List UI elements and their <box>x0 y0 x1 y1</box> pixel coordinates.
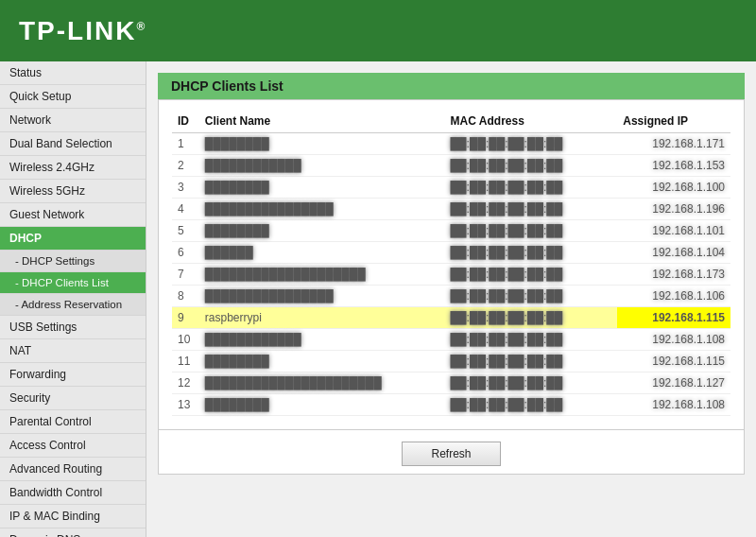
table-body: 1██████████:██:██:██:██:██192.168.1.1712… <box>172 133 730 416</box>
sidebar-item-quick-setup[interactable]: Quick Setup <box>0 85 146 109</box>
cell-name: ████████ <box>199 133 445 155</box>
cell-ip: 192.168.1.115 <box>617 351 730 372</box>
cell-mac: ██:██:██:██:██:██ <box>445 372 618 394</box>
cell-mac: ██:██:██:██:██:██ <box>445 307 618 329</box>
cell-id: 9 <box>172 307 199 329</box>
content-area: ID Client Name MAC Address Assigned IP 1… <box>158 99 745 430</box>
sidebar-item-advanced-routing[interactable]: Advanced Routing <box>0 458 146 481</box>
table-row: 3██████████:██:██:██:██:██192.168.1.100 <box>172 177 730 199</box>
table-header-row: ID Client Name MAC Address Assigned IP <box>172 110 730 133</box>
cell-ip: 192.168.1.100 <box>617 177 730 199</box>
cell-ip: 192.168.1.173 <box>617 264 730 286</box>
cell-name: raspberrypi <box>199 307 445 329</box>
sidebar-item-dynamic-dns[interactable]: Dynamic DNS <box>0 528 146 537</box>
layout: StatusQuick SetupNetworkDual Band Select… <box>0 61 756 537</box>
table-row: 4██████████████████:██:██:██:██:██192.16… <box>172 199 730 220</box>
sidebar-item-wireless-24[interactable]: Wireless 2.4GHz <box>0 156 146 180</box>
logo-tm: ® <box>136 19 146 32</box>
cell-mac: ██:██:██:██:██:██ <box>445 329 618 351</box>
sidebar-item-status[interactable]: Status <box>0 61 146 85</box>
cell-mac: ██:██:██:██:██:██ <box>445 264 618 286</box>
cell-mac: ██:██:██:██:██:██ <box>445 351 618 372</box>
table-row: 1██████████:██:██:██:██:██192.168.1.171 <box>172 133 730 155</box>
cell-id: 6 <box>172 242 199 264</box>
cell-id: 13 <box>172 394 199 416</box>
button-area: Refresh <box>158 430 745 475</box>
cell-id: 12 <box>172 372 199 394</box>
cell-name: ██████████████████████ <box>199 372 445 394</box>
sidebar-item-network[interactable]: Network <box>0 109 146 132</box>
cell-id: 8 <box>172 286 199 307</box>
cell-id: 11 <box>172 351 199 372</box>
cell-name: ████████████ <box>199 155 445 177</box>
cell-name: ████████████████ <box>199 286 445 307</box>
logo-text: TP-LINK <box>19 16 136 45</box>
cell-ip: 192.168.1.104 <box>617 242 730 264</box>
cell-id: 4 <box>172 199 199 220</box>
sidebar-item-bandwidth-control[interactable]: Bandwidth Control <box>0 481 146 505</box>
cell-name: ████████████████████ <box>199 264 445 286</box>
sidebar-item-wireless-5[interactable]: Wireless 5GHz <box>0 180 146 203</box>
table-row: 6████████:██:██:██:██:██192.168.1.104 <box>172 242 730 264</box>
cell-mac: ██:██:██:██:██:██ <box>445 220 618 242</box>
sidebar-item-security[interactable]: Security <box>0 387 146 410</box>
cell-mac: ██:██:██:██:██:██ <box>445 286 618 307</box>
table-row: 10██████████████:██:██:██:██:██192.168.1… <box>172 329 730 351</box>
cell-id: 1 <box>172 133 199 155</box>
cell-name: ████████ <box>199 351 445 372</box>
cell-mac: ██:██:██:██:██:██ <box>445 177 618 199</box>
cell-id: 10 <box>172 329 199 351</box>
table-row: 8██████████████████:██:██:██:██:██192.16… <box>172 286 730 307</box>
refresh-button[interactable]: Refresh <box>402 442 500 466</box>
cell-name: ████████████ <box>199 329 445 351</box>
sidebar-item-parental-control[interactable]: Parental Control <box>0 410 146 434</box>
col-header-id: ID <box>172 110 199 133</box>
col-header-mac: MAC Address <box>445 110 618 133</box>
cell-mac: ██:██:██:██:██:██ <box>445 242 618 264</box>
cell-ip: 192.168.1.171 <box>617 133 730 155</box>
sidebar-item-usb-settings[interactable]: USB Settings <box>0 316 146 339</box>
table-row: 9raspberrypi██:██:██:██:██:██192.168.1.1… <box>172 307 730 329</box>
col-header-name: Client Name <box>199 110 445 133</box>
table-row: 5██████████:██:██:██:██:██192.168.1.101 <box>172 220 730 242</box>
cell-ip: 192.168.1.106 <box>617 286 730 307</box>
cell-ip: 192.168.1.127 <box>617 372 730 394</box>
sidebar-item-ip-mac-binding[interactable]: IP & MAC Binding <box>0 505 146 528</box>
sidebar-item-guest-network[interactable]: Guest Network <box>0 203 146 227</box>
cell-ip: 192.168.1.196 <box>617 199 730 220</box>
cell-mac: ██:██:██:██:██:██ <box>445 394 618 416</box>
col-header-ip: Assigned IP <box>617 110 730 133</box>
sidebar-item-dual-band[interactable]: Dual Band Selection <box>0 132 146 156</box>
main-content: DHCP Clients List ID Client Name MAC Add… <box>146 61 756 537</box>
header: TP-LINK® <box>0 0 756 61</box>
cell-id: 5 <box>172 220 199 242</box>
sidebar-item-dhcp-clients[interactable]: - DHCP Clients List <box>0 272 146 294</box>
table-row: 11██████████:██:██:██:██:██192.168.1.115 <box>172 351 730 372</box>
sidebar-item-access-control[interactable]: Access Control <box>0 434 146 458</box>
cell-mac: ██:██:██:██:██:██ <box>445 199 618 220</box>
cell-name: ██████ <box>199 242 445 264</box>
logo: TP-LINK® <box>19 16 146 46</box>
page-header: DHCP Clients List <box>158 73 745 99</box>
sidebar-item-dhcp-settings[interactable]: - DHCP Settings <box>0 251 146 272</box>
table-row: 2██████████████:██:██:██:██:██192.168.1.… <box>172 155 730 177</box>
cell-name: ████████████████ <box>199 199 445 220</box>
sidebar-item-nat[interactable]: NAT <box>0 339 146 363</box>
clients-table: ID Client Name MAC Address Assigned IP 1… <box>172 110 730 416</box>
cell-name: ████████ <box>199 394 445 416</box>
page-title: DHCP Clients List <box>171 78 284 94</box>
sidebar-item-address-reservation[interactable]: - Address Reservation <box>0 294 146 316</box>
cell-mac: ██:██:██:██:██:██ <box>445 155 618 177</box>
cell-ip: 192.168.1.153 <box>617 155 730 177</box>
cell-ip: 192.168.1.108 <box>617 394 730 416</box>
cell-ip: 192.168.1.115 <box>617 307 730 329</box>
table-row: 13██████████:██:██:██:██:██192.168.1.108 <box>172 394 730 416</box>
sidebar-item-forwarding[interactable]: Forwarding <box>0 363 146 387</box>
cell-name: ████████ <box>199 220 445 242</box>
sidebar-item-dhcp[interactable]: DHCP <box>0 227 146 251</box>
sidebar: StatusQuick SetupNetworkDual Band Select… <box>0 61 146 537</box>
cell-mac: ██:██:██:██:██:██ <box>445 133 618 155</box>
cell-id: 3 <box>172 177 199 199</box>
cell-id: 2 <box>172 155 199 177</box>
table-row: 12████████████████████████:██:██:██:██:█… <box>172 372 730 394</box>
